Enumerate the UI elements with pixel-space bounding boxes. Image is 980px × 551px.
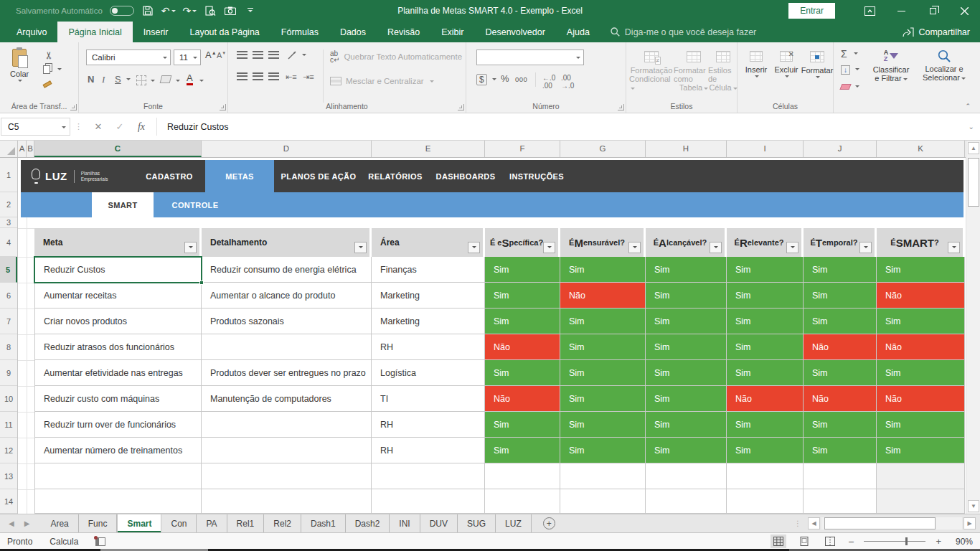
decrease-indent-icon[interactable]: ⇤≡	[286, 72, 297, 82]
nav-item-dashboards[interactable]: DASHBOARDS	[428, 160, 504, 192]
ribbon-tab-inserir[interactable]: Inserir	[133, 22, 179, 42]
collapse-ribbon-icon[interactable]: ⌃	[965, 103, 971, 110]
cell-empty[interactable]	[202, 463, 372, 489]
column-header-b[interactable]: B	[27, 141, 34, 157]
tab-split-handle[interactable]: ⋮	[794, 519, 802, 527]
align-left-icon[interactable]	[237, 72, 248, 80]
clipboard-dialog-launcher[interactable]	[70, 104, 77, 110]
ribbon-tab-exibir[interactable]: Exibir	[430, 22, 474, 42]
row-header-4[interactable]: 4	[0, 228, 17, 257]
column-header-c[interactable]: C	[34, 141, 202, 157]
cell-detalhamento[interactable]	[202, 412, 372, 438]
conditional-formatting-button[interactable]: ≠ Formatação Condicional	[629, 51, 674, 92]
row-header-11[interactable]: 11	[0, 412, 17, 438]
comma-style-icon[interactable]: 000	[515, 75, 527, 83]
cell-flag-sim[interactable]: Sim	[560, 257, 646, 283]
increase-decimal-icon[interactable]: ←.0.00	[542, 74, 555, 90]
orientation-caret-icon[interactable]	[302, 54, 306, 58]
sheet-tab-func[interactable]: Func	[79, 514, 118, 532]
sheet-tab-dash1[interactable]: Dash1	[301, 514, 346, 532]
cell-flag-nao[interactable]: Não	[560, 283, 646, 309]
cell-meta[interactable]: Reduzir custo com máquinas	[34, 386, 202, 412]
filter-button[interactable]	[184, 242, 197, 253]
ribbon-display-options-icon[interactable]	[854, 0, 885, 22]
column-header-j[interactable]: J	[804, 141, 877, 157]
vertical-scroll-thumb[interactable]	[968, 158, 979, 207]
ribbon-tab-arquivo[interactable]: Arquivo	[6, 22, 57, 42]
cell-flag-sim[interactable]: Sim	[804, 309, 877, 334]
accounting-caret-icon[interactable]	[492, 78, 496, 83]
cell-flag-sim[interactable]: Sim	[877, 360, 965, 386]
cell-flag-nao[interactable]: Não	[485, 334, 560, 360]
cell-flag-sim[interactable]: Sim	[727, 334, 804, 360]
sheet-tab-rel1[interactable]: Rel1	[227, 514, 265, 532]
copy-icon[interactable]	[43, 65, 50, 74]
cell-detalhamento[interactable]: Produtos sazonais	[202, 309, 372, 334]
save-icon[interactable]	[141, 4, 154, 18]
filter-button[interactable]	[948, 242, 960, 253]
cell-flag-sim[interactable]: Sim	[804, 283, 877, 309]
delete-cells-button[interactable]: ✕ Excluir	[772, 51, 801, 78]
cell-flag-nao[interactable]: Não	[877, 386, 965, 412]
cell-empty[interactable]	[646, 463, 727, 489]
cell-empty[interactable]	[34, 463, 202, 489]
cell-flag-sim[interactable]: Sim	[560, 360, 646, 386]
nav-item-planos-de-acao[interactable]: PLANOS DE AÇÃO	[274, 160, 363, 192]
nav-item-metas[interactable]: METAS	[205, 160, 274, 192]
sheet-tab-smart[interactable]: Smart	[117, 514, 161, 532]
sheet-tab-ini[interactable]: INI	[390, 514, 420, 532]
row-header-5[interactable]: 5	[0, 257, 17, 283]
cell-flag-sim[interactable]: Sim	[646, 386, 727, 412]
borders-caret-icon[interactable]	[151, 80, 155, 84]
cell-flag-sim[interactable]: Sim	[804, 438, 877, 463]
cell-flag-sim[interactable]: Sim	[646, 309, 727, 334]
nav-item-cadastro[interactable]: CADASTRO	[136, 160, 203, 192]
find-select-button[interactable]: Localizar e Selecionar	[917, 50, 971, 82]
underline-caret-icon[interactable]	[126, 78, 131, 83]
ribbon-tab-revisao[interactable]: Revisão	[377, 22, 430, 42]
hscroll-left-icon[interactable]: ◀	[808, 517, 820, 529]
cell-flag-nao[interactable]: Não	[804, 386, 877, 412]
cell-flag-sim[interactable]: Sim	[646, 283, 727, 309]
cell-area[interactable]: Finanças	[372, 257, 485, 283]
redo-icon[interactable]: ↷	[183, 4, 197, 18]
zoom-slider[interactable]	[864, 541, 925, 542]
font-color-icon[interactable]: A	[187, 72, 193, 85]
cell-flag-nao[interactable]: Não	[804, 334, 877, 360]
sheet-tab-luz[interactable]: LUZ	[496, 514, 532, 532]
cell-meta[interactable]: Aumentar número de treinamentos	[34, 438, 202, 463]
cell-flag-nao[interactable]: Não	[727, 386, 804, 412]
column-header-h[interactable]: H	[646, 141, 727, 157]
cell-empty[interactable]	[804, 463, 877, 489]
cell-styles-button[interactable]: Estilos de Célula	[708, 51, 738, 92]
sheet-tab-sug[interactable]: SUG	[458, 514, 496, 532]
cell-flag-sim[interactable]: Sim	[727, 412, 804, 438]
cell-flag-sim[interactable]: Sim	[804, 257, 877, 283]
cell-area[interactable]: Marketing	[372, 309, 485, 334]
row-header-3[interactable]: 3	[0, 217, 17, 228]
cell-flag-sim[interactable]: Sim	[485, 438, 560, 463]
cell-flag-nao[interactable]: Não	[877, 334, 965, 360]
formula-input[interactable]: Reduzir Custos	[161, 122, 228, 132]
sheet-tab-area[interactable]: Area	[41, 514, 78, 532]
cell-flag-sim[interactable]: Sim	[485, 283, 560, 309]
minimize-icon[interactable]	[885, 0, 917, 22]
column-header-d[interactable]: D	[202, 141, 372, 157]
ribbon-tab-pagina-inicial[interactable]: Página Inicial	[57, 22, 132, 42]
ribbon-tab-layout-da-pagina[interactable]: Layout da Página	[179, 22, 270, 42]
cell-flag-sim[interactable]: Sim	[485, 360, 560, 386]
close-icon[interactable]	[948, 0, 980, 22]
alignment-dialog-launcher[interactable]	[458, 104, 464, 110]
cell-empty[interactable]	[560, 489, 646, 514]
scroll-up-icon[interactable]: ▲	[968, 142, 979, 154]
number-dialog-launcher[interactable]	[618, 104, 624, 110]
row-header-6[interactable]: 6	[0, 283, 17, 309]
row-header-10[interactable]: 10	[0, 386, 17, 412]
cell-flag-sim[interactable]: Sim	[485, 412, 560, 438]
cell-empty[interactable]	[646, 489, 727, 514]
zoom-level[interactable]: 90%	[951, 537, 973, 547]
ribbon-tab-desenvolvedor[interactable]: Desenvolvedor	[474, 22, 555, 42]
filter-button[interactable]	[468, 242, 480, 253]
clear-caret-icon[interactable]	[855, 85, 859, 90]
expand-formula-bar-icon[interactable]: ⌄	[969, 123, 974, 131]
